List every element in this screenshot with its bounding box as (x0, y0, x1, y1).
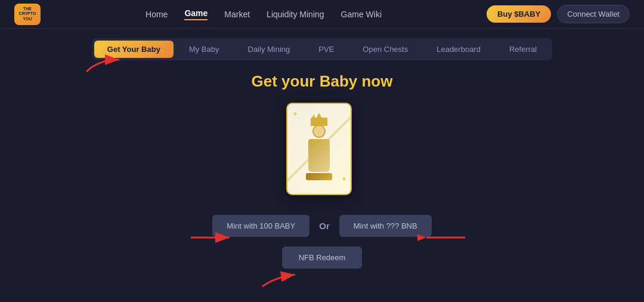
tab-daily-mining[interactable]: Daily Mining (235, 41, 304, 58)
mint-buttons-row: Mint with 100 BABY Or Mint with ??? BNB (212, 215, 431, 237)
buy-baby-button[interactable]: Buy $BABY (487, 5, 551, 23)
tab-my-baby[interactable]: My Baby (176, 41, 233, 58)
navbar: THE CRYPTO YOU Home Game Market Liquidit… (0, 0, 644, 29)
tab-get-your-baby[interactable]: Get Your Baby (94, 41, 174, 58)
redeem-arrow-indicator (256, 269, 304, 292)
logo-box: THE CRYPTO YOU (14, 4, 41, 25)
nft-card-container: ✦ ✦ (286, 103, 358, 198)
page-title: Get your Baby now (252, 72, 393, 91)
nav-game[interactable]: Game (184, 8, 208, 20)
tab-pve[interactable]: PVE (305, 41, 347, 58)
sparkle-icon: ✦ (292, 110, 298, 118)
tab-open-chests[interactable]: Open Chests (349, 41, 421, 58)
nav-game-wiki[interactable]: Game Wiki (341, 10, 382, 19)
king-base (306, 173, 332, 180)
connect-wallet-button[interactable]: Connect Wallet (557, 5, 630, 23)
mint-baby-button[interactable]: Mint with 100 BABY (212, 215, 309, 237)
nft-card: ✦ ✦ (286, 103, 352, 195)
mint-bnb-button[interactable]: Mint with ??? BNB (339, 215, 432, 237)
main-content: Get your Baby now ✦ ✦ Mint with 100 BABY… (0, 60, 644, 269)
nav-liquidity-mining[interactable]: Liquidity Mining (267, 10, 324, 19)
tab-bar: Get Your Baby My Baby Daily Mining PVE O… (0, 29, 644, 60)
tab-leaderboard[interactable]: Leaderboard (423, 41, 494, 58)
nav-home[interactable]: Home (145, 10, 168, 19)
king-body (308, 139, 330, 172)
or-text: Or (319, 221, 330, 231)
nfb-redeem-button[interactable]: NFB Redeem (282, 246, 363, 269)
nav-links: Home Game Market Liquidity Mining Game W… (145, 8, 382, 20)
king-figure (306, 118, 332, 180)
crown (311, 118, 327, 126)
tab-referral[interactable]: Referral (496, 41, 550, 58)
tab-bar-inner: Get Your Baby My Baby Daily Mining PVE O… (92, 38, 552, 60)
sparkle-icon-2: ✦ (341, 175, 347, 183)
logo: THE CRYPTO YOU (14, 4, 41, 25)
king-head (312, 125, 326, 138)
nav-market[interactable]: Market (224, 10, 250, 19)
nav-actions: Buy $BABY Connect Wallet (487, 5, 630, 23)
